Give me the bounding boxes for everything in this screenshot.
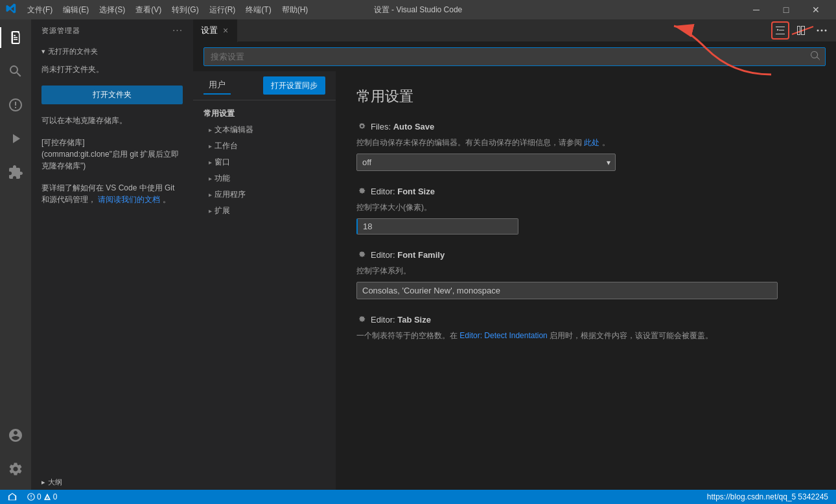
status-left: 0 0 bbox=[5, 492, 60, 501]
svg-point-1 bbox=[821, 30, 823, 32]
status-bar: 0 0 https://blog.csdn.net/qq_5 5342245 bbox=[0, 490, 836, 504]
nav-label: 窗口 bbox=[215, 157, 230, 168]
activity-extensions[interactable] bbox=[0, 157, 31, 188]
url-text: https://blog.csdn.net/qq_5 bbox=[707, 492, 796, 501]
menu-run[interactable]: 运行(R) bbox=[207, 3, 238, 17]
chevron-right-icon: ▸ bbox=[209, 191, 212, 198]
no-folder-text: 尚未打开文件夹。 bbox=[31, 59, 193, 80]
setting-gear-icon[interactable] bbox=[356, 187, 366, 198]
tab-label: 设置 bbox=[201, 25, 218, 36]
window-title: 设置 - Visual Studio Code bbox=[374, 5, 463, 16]
activity-bar bbox=[0, 19, 31, 490]
label-bold: Auto Save bbox=[393, 122, 435, 132]
menu-view[interactable]: 查看(V) bbox=[133, 3, 164, 17]
label-bold: Font Size bbox=[397, 187, 435, 196]
settings-content: 用户 打开设置同步 常用设置 ▸ 文本编辑器 ▸ 工作台 ▸ 窗口 bbox=[193, 71, 836, 490]
url-suffix: 5342245 bbox=[798, 492, 828, 501]
setting-label-tab-size: Editor: Tab Size bbox=[371, 315, 431, 325]
menu-terminal[interactable]: 终端(T) bbox=[243, 3, 273, 17]
minimize-button[interactable]: ─ bbox=[741, 0, 771, 19]
outline-section[interactable]: ▸ 大纲 bbox=[31, 475, 193, 490]
setting-label-files-auto-save: Files: Auto Save bbox=[371, 122, 434, 132]
font-family-input[interactable] bbox=[356, 282, 778, 299]
tab-close-button[interactable]: × bbox=[222, 24, 229, 37]
setting-gear-icon[interactable] bbox=[356, 315, 366, 326]
close-button[interactable]: ✕ bbox=[801, 0, 831, 19]
svg-point-2 bbox=[825, 30, 827, 32]
desc-text1: 一个制表符等于的空格数。在 bbox=[356, 331, 459, 340]
open-folder-button[interactable]: 打开文件夹 bbox=[41, 86, 183, 104]
search-input[interactable] bbox=[203, 47, 826, 66]
setting-desc-font-family: 控制字体系列。 bbox=[356, 265, 815, 277]
user-tab[interactable]: 用户 bbox=[203, 76, 231, 95]
settings-tabs: 用户 打开设置同步 bbox=[193, 76, 336, 100]
sidebar-folder-item[interactable]: ▾ 无打开的文件夹 bbox=[31, 44, 193, 59]
menu-help[interactable]: 帮助(H) bbox=[279, 3, 311, 17]
label-bold: Tab Size bbox=[397, 315, 431, 325]
window-controls: ─ □ ✕ bbox=[741, 0, 831, 19]
git-desc-end: 。 bbox=[163, 195, 170, 204]
editor-area: 设置 × bbox=[193, 19, 836, 490]
activity-search[interactable] bbox=[0, 56, 31, 87]
label-prefix: Editor: bbox=[371, 250, 397, 260]
status-errors[interactable]: 0 0 bbox=[25, 492, 60, 501]
setting-editor-font-size: Editor: Font Size 控制字体大小(像素)。 bbox=[356, 187, 815, 235]
detect-indentation-link[interactable]: Editor: Detect Indentation bbox=[459, 331, 547, 340]
nav-item-features[interactable]: ▸ 功能 bbox=[193, 170, 336, 187]
main-layout: 资源管理器 ··· ▾ 无打开的文件夹 尚未打开文件夹。 打开文件夹 可以在本地… bbox=[0, 19, 836, 490]
activity-account[interactable] bbox=[0, 420, 31, 451]
label-prefix: Files: bbox=[371, 122, 393, 132]
status-remote[interactable] bbox=[5, 492, 19, 501]
chevron-right-icon: ▸ bbox=[209, 126, 212, 133]
menu-select[interactable]: 选择(S) bbox=[97, 3, 128, 17]
nav-item-extensions[interactable]: ▸ 扩展 bbox=[193, 203, 336, 219]
menu-bar: 文件(F) 编辑(E) 选择(S) 查看(V) 转到(G) 运行(R) 终端(T… bbox=[25, 3, 310, 17]
menu-edit[interactable]: 编辑(E) bbox=[60, 3, 91, 17]
editor-toolbar bbox=[532, 19, 836, 42]
title-bar: 文件(F) 编辑(E) 选择(S) 查看(V) 转到(G) 运行(R) 终端(T… bbox=[0, 0, 836, 19]
setting-desc-files-auto-save: 控制自动保存未保存的编辑器。有关自动保存的详细信息，请参阅 此处 。 bbox=[356, 137, 815, 148]
activity-settings[interactable] bbox=[0, 453, 31, 485]
more-actions-button[interactable] bbox=[813, 21, 831, 40]
chevron-down-icon: ▾ bbox=[41, 47, 45, 56]
nav-item-workbench[interactable]: ▸ 工作台 bbox=[193, 138, 336, 154]
activity-run[interactable] bbox=[0, 123, 31, 154]
nav-item-window[interactable]: ▸ 窗口 bbox=[193, 154, 336, 170]
error-count: 0 bbox=[37, 492, 41, 501]
warning-count: 0 bbox=[53, 492, 58, 501]
setting-label-font-size: Editor: Font Size bbox=[371, 187, 435, 196]
auto-save-select-wrapper: offafterDelayonFocusChangeonWindowChange… bbox=[356, 154, 616, 171]
sync-button[interactable]: 打开设置同步 bbox=[263, 76, 325, 95]
status-url[interactable]: https://blog.csdn.net/qq_5 5342245 bbox=[704, 492, 831, 501]
setting-gear-icon[interactable] bbox=[356, 251, 366, 262]
auto-save-select[interactable]: offafterDelayonFocusChangeonWindowChange bbox=[356, 154, 616, 171]
activity-git[interactable] bbox=[0, 89, 31, 120]
sidebar-more-button[interactable]: ··· bbox=[172, 25, 183, 36]
open-settings-json-button[interactable] bbox=[771, 21, 789, 40]
restore-button[interactable]: □ bbox=[771, 0, 801, 19]
auto-save-link[interactable]: 此处 bbox=[584, 138, 599, 147]
sidebar-header: 资源管理器 ··· bbox=[31, 19, 193, 41]
nav-item-text-editor[interactable]: ▸ 文本编辑器 bbox=[193, 122, 336, 138]
settings-section-title: 常用设置 bbox=[356, 87, 815, 106]
vscode-logo bbox=[5, 3, 17, 17]
chevron-right-icon: ▸ bbox=[209, 143, 212, 150]
setting-files-auto-save: Files: Auto Save 控制自动保存未保存的编辑器。有关自动保存的详细… bbox=[356, 122, 815, 171]
menu-file[interactable]: 文件(F) bbox=[25, 3, 55, 17]
nav-item-application[interactable]: ▸ 应用程序 bbox=[193, 187, 336, 203]
font-size-input[interactable] bbox=[356, 218, 518, 235]
activity-explorer[interactable] bbox=[0, 22, 31, 53]
menu-goto[interactable]: 转到(G) bbox=[169, 3, 201, 17]
desc-text2: 启用时，根据文件内容，该设置可能会被覆盖。 bbox=[550, 331, 713, 340]
chevron-right-icon: ▸ bbox=[209, 207, 212, 214]
clone-command-desc: [可控存储库](command:git.clone"启用 git 扩展后立即克隆… bbox=[31, 132, 193, 177]
label-prefix: Editor: bbox=[371, 187, 397, 196]
git-docs-link[interactable]: 请阅读我们的文档 bbox=[98, 195, 160, 204]
tab-bar: 设置 × bbox=[193, 19, 836, 42]
split-editor-button[interactable] bbox=[792, 21, 810, 40]
setting-desc-tab-size: 一个制表符等于的空格数。在 Editor: Detect Indentation… bbox=[356, 330, 815, 341]
setting-gear-icon[interactable] bbox=[356, 122, 366, 133]
status-right: https://blog.csdn.net/qq_5 5342245 bbox=[704, 492, 831, 501]
settings-tab[interactable]: 设置 × bbox=[193, 19, 238, 42]
setting-label-font-family: Editor: Font Family bbox=[371, 250, 445, 260]
